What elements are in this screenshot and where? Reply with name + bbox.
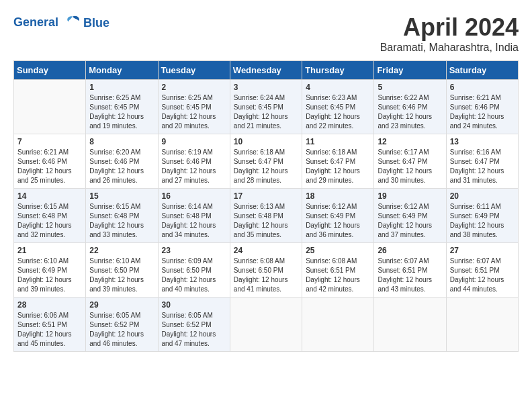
day-number: 11	[306, 137, 370, 146]
calendar-week-row: 1Sunrise: 6:25 AM Sunset: 6:45 PM Daylig…	[14, 80, 519, 134]
cell-content: Sunrise: 6:10 AM Sunset: 6:49 PM Dayligh…	[17, 257, 82, 294]
cell-content: Sunrise: 6:16 AM Sunset: 6:47 PM Dayligh…	[450, 148, 515, 185]
calendar-week-row: 21Sunrise: 6:10 AM Sunset: 6:49 PM Dayli…	[14, 243, 519, 298]
cell-content: Sunrise: 6:08 AM Sunset: 6:50 PM Dayligh…	[234, 257, 298, 294]
calendar-cell: 27Sunrise: 6:07 AM Sunset: 6:51 PM Dayli…	[446, 243, 518, 298]
calendar-cell: 15Sunrise: 6:15 AM Sunset: 6:48 PM Dayli…	[86, 189, 158, 243]
day-number: 17	[234, 191, 298, 201]
day-number: 20	[450, 191, 515, 201]
day-number: 28	[17, 300, 82, 310]
calendar-cell: 23Sunrise: 6:09 AM Sunset: 6:50 PM Dayli…	[158, 243, 230, 298]
cell-content: Sunrise: 6:18 AM Sunset: 6:47 PM Dayligh…	[306, 148, 370, 185]
cell-content: Sunrise: 6:07 AM Sunset: 6:51 PM Dayligh…	[450, 257, 515, 294]
calendar-cell: 9Sunrise: 6:19 AM Sunset: 6:46 PM Daylig…	[158, 134, 230, 189]
calendar-cell	[230, 298, 302, 352]
calendar-table: SundayMondayTuesdayWednesdayThursdayFrid…	[13, 60, 519, 352]
day-number: 18	[306, 191, 370, 201]
cell-content: Sunrise: 6:10 AM Sunset: 6:50 PM Dayligh…	[89, 257, 154, 294]
calendar-cell: 17Sunrise: 6:13 AM Sunset: 6:48 PM Dayli…	[230, 189, 302, 243]
day-header-tuesday: Tuesday	[158, 61, 230, 80]
calendar-cell: 18Sunrise: 6:12 AM Sunset: 6:49 PM Dayli…	[302, 189, 374, 243]
calendar-cell	[446, 298, 518, 352]
calendar-cell: 6Sunrise: 6:21 AM Sunset: 6:46 PM Daylig…	[446, 80, 518, 134]
calendar-cell: 13Sunrise: 6:16 AM Sunset: 6:47 PM Dayli…	[446, 134, 518, 189]
calendar-week-row: 28Sunrise: 6:06 AM Sunset: 6:51 PM Dayli…	[14, 298, 519, 352]
calendar-body: 1Sunrise: 6:25 AM Sunset: 6:45 PM Daylig…	[14, 80, 519, 352]
day-number: 12	[378, 137, 442, 146]
day-number: 22	[89, 246, 154, 255]
logo-bird-icon	[63, 13, 82, 32]
cell-content: Sunrise: 6:06 AM Sunset: 6:51 PM Dayligh…	[17, 311, 82, 349]
calendar-cell: 25Sunrise: 6:08 AM Sunset: 6:51 PM Dayli…	[302, 243, 374, 298]
day-number: 25	[306, 246, 370, 255]
calendar-cell: 3Sunrise: 6:24 AM Sunset: 6:45 PM Daylig…	[230, 80, 302, 134]
day-header-thursday: Thursday	[302, 61, 374, 80]
calendar-cell: 22Sunrise: 6:10 AM Sunset: 6:50 PM Dayli…	[86, 243, 158, 298]
cell-content: Sunrise: 6:17 AM Sunset: 6:47 PM Dayligh…	[378, 148, 442, 185]
day-number: 30	[162, 300, 226, 310]
cell-content: Sunrise: 6:15 AM Sunset: 6:48 PM Dayligh…	[89, 202, 154, 240]
title-area: April 2024 Baramati, Maharashtra, India	[380, 13, 519, 54]
day-number: 9	[162, 137, 226, 146]
calendar-cell: 16Sunrise: 6:14 AM Sunset: 6:48 PM Dayli…	[158, 189, 230, 243]
calendar-cell: 28Sunrise: 6:06 AM Sunset: 6:51 PM Dayli…	[14, 298, 86, 352]
cell-content: Sunrise: 6:12 AM Sunset: 6:49 PM Dayligh…	[378, 202, 442, 240]
calendar-cell: 14Sunrise: 6:15 AM Sunset: 6:48 PM Dayli…	[14, 189, 86, 243]
logo-line2: Blue	[83, 16, 109, 30]
calendar-header-row: SundayMondayTuesdayWednesdayThursdayFrid…	[14, 61, 519, 80]
day-header-friday: Friday	[374, 61, 446, 80]
cell-content: Sunrise: 6:24 AM Sunset: 6:45 PM Dayligh…	[234, 93, 298, 131]
day-number: 4	[306, 83, 370, 92]
day-number: 13	[450, 137, 515, 146]
day-number: 29	[89, 300, 154, 310]
calendar-cell: 10Sunrise: 6:18 AM Sunset: 6:47 PM Dayli…	[230, 134, 302, 189]
cell-content: Sunrise: 6:23 AM Sunset: 6:45 PM Dayligh…	[306, 93, 370, 131]
calendar-cell: 2Sunrise: 6:25 AM Sunset: 6:45 PM Daylig…	[158, 80, 230, 134]
day-number: 2	[162, 83, 226, 92]
cell-content: Sunrise: 6:14 AM Sunset: 6:48 PM Dayligh…	[162, 202, 226, 240]
calendar-cell: 4Sunrise: 6:23 AM Sunset: 6:45 PM Daylig…	[302, 80, 374, 134]
calendar-cell: 29Sunrise: 6:05 AM Sunset: 6:52 PM Dayli…	[86, 298, 158, 352]
calendar-cell: 30Sunrise: 6:05 AM Sunset: 6:52 PM Dayli…	[158, 298, 230, 352]
day-number: 26	[378, 246, 442, 255]
cell-content: Sunrise: 6:13 AM Sunset: 6:48 PM Dayligh…	[234, 202, 298, 240]
day-number: 3	[234, 83, 298, 92]
calendar-cell: 19Sunrise: 6:12 AM Sunset: 6:49 PM Dayli…	[374, 189, 446, 243]
day-number: 14	[17, 191, 82, 201]
cell-content: Sunrise: 6:22 AM Sunset: 6:46 PM Dayligh…	[378, 93, 442, 131]
logo-line1: General	[13, 15, 58, 29]
day-header-monday: Monday	[86, 61, 158, 80]
calendar-cell	[14, 80, 86, 134]
cell-content: Sunrise: 6:25 AM Sunset: 6:45 PM Dayligh…	[162, 93, 226, 131]
day-number: 6	[450, 83, 515, 92]
calendar-cell: 5Sunrise: 6:22 AM Sunset: 6:46 PM Daylig…	[374, 80, 446, 134]
day-number: 16	[162, 191, 226, 201]
cell-content: Sunrise: 6:05 AM Sunset: 6:52 PM Dayligh…	[162, 311, 226, 349]
cell-content: Sunrise: 6:20 AM Sunset: 6:46 PM Dayligh…	[89, 148, 154, 185]
day-number: 24	[234, 246, 298, 255]
calendar-cell	[374, 298, 446, 352]
day-header-wednesday: Wednesday	[230, 61, 302, 80]
logo: General Blue	[13, 13, 109, 32]
day-number: 1	[89, 83, 154, 92]
day-number: 27	[450, 246, 515, 255]
day-number: 19	[378, 191, 442, 201]
day-number: 10	[234, 137, 298, 146]
cell-content: Sunrise: 6:12 AM Sunset: 6:49 PM Dayligh…	[306, 202, 370, 240]
calendar-cell: 1Sunrise: 6:25 AM Sunset: 6:45 PM Daylig…	[86, 80, 158, 134]
day-number: 5	[378, 83, 442, 92]
calendar-cell: 21Sunrise: 6:10 AM Sunset: 6:49 PM Dayli…	[14, 243, 86, 298]
calendar-cell: 26Sunrise: 6:07 AM Sunset: 6:51 PM Dayli…	[374, 243, 446, 298]
calendar-cell: 12Sunrise: 6:17 AM Sunset: 6:47 PM Dayli…	[374, 134, 446, 189]
calendar-week-row: 14Sunrise: 6:15 AM Sunset: 6:48 PM Dayli…	[14, 189, 519, 243]
cell-content: Sunrise: 6:21 AM Sunset: 6:46 PM Dayligh…	[17, 148, 82, 185]
cell-content: Sunrise: 6:15 AM Sunset: 6:48 PM Dayligh…	[17, 202, 82, 240]
day-number: 21	[17, 246, 82, 255]
month-title: April 2024	[380, 13, 519, 42]
cell-content: Sunrise: 6:11 AM Sunset: 6:49 PM Dayligh…	[450, 202, 515, 240]
header: General Blue April 2024 Baramati, Mahara…	[13, 13, 519, 54]
calendar-cell	[302, 298, 374, 352]
day-header-sunday: Sunday	[14, 61, 86, 80]
day-number: 15	[89, 191, 154, 201]
cell-content: Sunrise: 6:05 AM Sunset: 6:52 PM Dayligh…	[89, 311, 154, 349]
